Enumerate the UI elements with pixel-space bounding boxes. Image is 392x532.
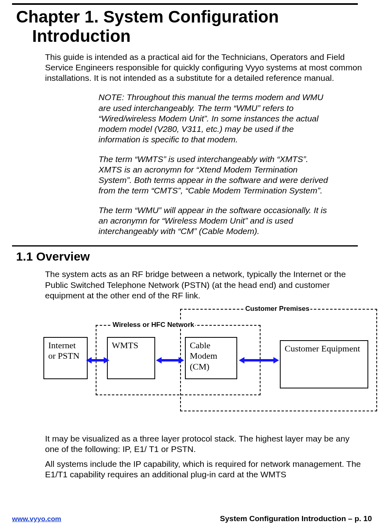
section-p1: The system acts as an RF bridge between … [45,269,363,301]
arrow-3 [239,356,279,363]
footer-page-label: System Configuration Introduction – p. 1… [220,514,372,523]
node-cm-text: Cable Modem (CM) [190,340,217,372]
svg-marker-2 [239,357,279,364]
chapter-title: Chapter 1. System Configuration Introduc… [16,7,372,46]
section-p2: It may be visualized as a three layer pr… [45,433,363,455]
chapter-title-line1: Chapter 1. System Configuration [16,7,279,26]
note-p3: The term “WMU” will appear in the softwa… [99,205,332,237]
arrow-1 [86,356,109,363]
customer-premises-label: Customer Premises [244,305,310,313]
svg-marker-0 [86,357,109,364]
note-p2: The term “WMTS” is used interchangeably … [99,154,332,196]
section-p3: All systems include the IP capability, w… [45,459,363,480]
wireless-network-label: Wireless or HFC Network [112,321,195,329]
overview-diagram: Customer Premises Wireless or HFC Networ… [43,309,377,417]
note-block: NOTE: Throughout this manual the terms m… [99,92,332,236]
node-internet-text: Internet or PSTN [48,340,80,361]
node-customer-equipment: Customer Equipment [280,340,368,388]
arrow-2 [156,356,184,363]
chapter-title-line2: Introduction [32,27,372,46]
node-wmts: WMTS [107,337,155,379]
node-wmts-text: WMTS [112,340,138,350]
node-customer-text: Customer Equipment [285,343,360,353]
top-rule [12,3,358,5]
section-heading: 1.1 Overview [16,250,372,263]
section-rule [12,245,358,246]
footer-url[interactable]: www.vyyo.com [12,515,61,523]
note-p1: NOTE: Throughout this manual the terms m… [99,92,332,145]
node-internet: Internet or PSTN [43,337,88,379]
page-footer: www.vyyo.com System Configuration Introd… [12,514,372,523]
intro-paragraph: This guide is intended as a practical ai… [45,52,363,84]
svg-marker-1 [156,357,184,364]
node-cable-modem: Cable Modem (CM) [185,337,237,379]
